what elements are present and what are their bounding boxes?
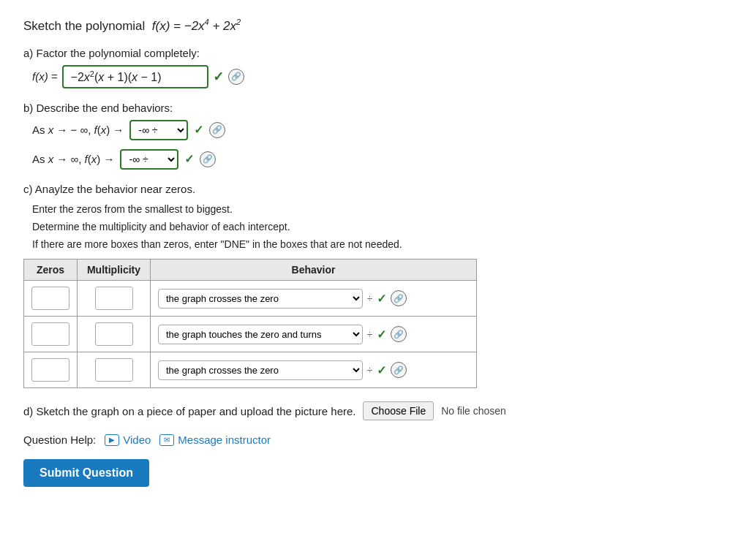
behavior-arrows-3: ÷ xyxy=(367,365,372,376)
part-c: c) Anaylze the behavior near zeros. Ente… xyxy=(23,183,726,388)
multiplicity-cell-1 xyxy=(78,281,151,317)
part-d-label: d) Sketch the graph on a piece of paper … xyxy=(23,405,355,417)
behavior-link-icon-3[interactable]: 🔗 xyxy=(391,362,407,378)
factor-check: ✓ xyxy=(213,69,224,85)
zeros-input-3[interactable] xyxy=(31,358,69,382)
video-link-label: Video xyxy=(123,434,151,446)
page-title: Sketch the polynomial f(x) = −2x4 + 2x2 xyxy=(23,18,726,34)
part-c-label: c) Anaylze the behavior near zeros. xyxy=(23,183,726,195)
behavior-select-3[interactable]: the graph crosses the zero the graph tou… xyxy=(158,360,363,380)
message-instructor-label: Message instructor xyxy=(178,434,271,446)
factor-answer: −2x2(x + 1)(x − 1) xyxy=(62,65,208,88)
zeros-table: Zeros Multiplicity Behavior the graph cr… xyxy=(23,259,477,388)
part-a-label: a) Factor the polynomial completely: xyxy=(23,47,726,59)
behavior-header: Behavior xyxy=(151,260,477,281)
part-c-instruction-3: If there are more boxes than zeros, ente… xyxy=(32,236,726,254)
question-help-label: Question Help: xyxy=(23,434,96,446)
multiplicity-input-1[interactable] xyxy=(95,287,133,310)
zeros-cell-3 xyxy=(24,352,78,388)
end-behavior-row2-select[interactable]: -∞ ÷ ∞ xyxy=(120,149,178,170)
part-b: b) Describe the end behaviors: As x → − … xyxy=(23,102,726,170)
end-behavior-row1-prefix: As x → − ∞, f(x) → xyxy=(32,124,124,136)
end-behavior-row1-link-icon[interactable]: 🔗 xyxy=(209,122,225,138)
factor-link-icon[interactable]: 🔗 xyxy=(228,69,244,85)
zeros-header: Zeros xyxy=(24,260,78,281)
behavior-check-1: ✓ xyxy=(377,292,386,306)
video-link[interactable]: ▶ Video xyxy=(105,434,151,446)
behavior-cell-1: the graph crosses the zero the graph tou… xyxy=(151,281,477,317)
multiplicity-input-2[interactable] xyxy=(95,322,133,346)
question-help: Question Help: ▶ Video ✉ Message instruc… xyxy=(23,434,726,446)
choose-file-button[interactable]: Choose File xyxy=(363,401,434,420)
multiplicity-cell-2 xyxy=(78,317,151,352)
video-icon: ▶ xyxy=(105,434,119,446)
part-a: a) Factor the polynomial completely: f(x… xyxy=(23,47,726,88)
end-behavior-row1-check: ✓ xyxy=(194,123,203,137)
polynomial-expression: f(x) = −2x4 + 2x2 xyxy=(152,19,241,33)
part-d: d) Sketch the graph on a piece of paper … xyxy=(23,401,726,420)
multiplicity-cell-3 xyxy=(78,352,151,388)
behavior-link-icon-2[interactable]: 🔗 xyxy=(391,326,407,342)
multiplicity-header: Multiplicity xyxy=(78,260,151,281)
submit-question-button[interactable]: Submit Question xyxy=(23,459,149,487)
zeros-input-2[interactable] xyxy=(31,322,69,346)
mail-icon: ✉ xyxy=(159,434,174,446)
part-c-instruction-1: Enter the zeros from the smallest to big… xyxy=(32,201,726,219)
file-status: No file chosen xyxy=(441,405,506,417)
end-behavior-row2-link-icon[interactable]: 🔗 xyxy=(200,151,216,167)
multiplicity-input-3[interactable] xyxy=(95,358,133,382)
part-c-instruction-2: Determine the multiplicity and behavior … xyxy=(32,219,726,236)
table-row: the graph crosses the zero the graph tou… xyxy=(24,317,477,352)
behavior-arrows-1: ÷ xyxy=(367,293,372,304)
zeros-cell-1 xyxy=(24,281,78,317)
behavior-cell-2: the graph crosses the zero the graph tou… xyxy=(151,317,477,352)
table-row: the graph crosses the zero the graph tou… xyxy=(24,281,477,317)
end-behavior-row1-select[interactable]: -∞ ÷ ∞ xyxy=(129,120,188,140)
behavior-select-1[interactable]: the graph crosses the zero the graph tou… xyxy=(158,289,363,309)
behavior-select-2[interactable]: the graph crosses the zero the graph tou… xyxy=(158,325,363,344)
table-row: the graph crosses the zero the graph tou… xyxy=(24,352,477,388)
behavior-check-3: ✓ xyxy=(377,363,386,377)
zeros-cell-2 xyxy=(24,317,78,352)
message-instructor-link[interactable]: ✉ Message instructor xyxy=(159,434,271,446)
behavior-cell-3: the graph crosses the zero the graph tou… xyxy=(151,352,477,388)
zeros-input-1[interactable] xyxy=(31,287,69,310)
behavior-check-2: ✓ xyxy=(377,328,386,341)
end-behavior-row2-prefix: As x → ∞, f(x) → xyxy=(32,153,114,165)
behavior-link-icon-1[interactable]: 🔗 xyxy=(391,290,407,306)
end-behavior-row2-check: ✓ xyxy=(184,152,194,166)
behavior-arrows-2: ÷ xyxy=(367,329,372,340)
part-b-label: b) Describe the end behaviors: xyxy=(23,102,726,114)
factor-prefix: f(x) = xyxy=(32,70,58,83)
